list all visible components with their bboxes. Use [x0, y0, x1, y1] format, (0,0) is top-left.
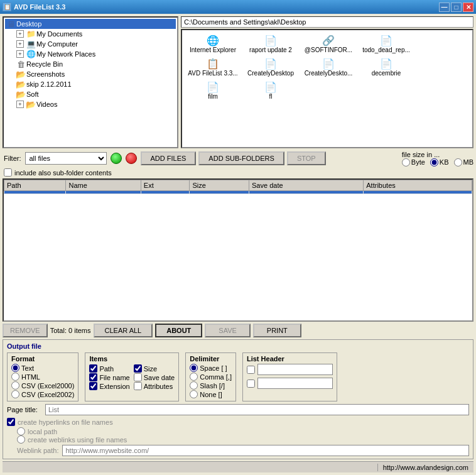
add-subfolders-button[interactable]: ADD SUB-FOLDERS [198, 151, 284, 165]
items-savedate-checkbox[interactable] [134, 373, 142, 381]
include-subfolder-label: include also sub-folder contents [14, 169, 112, 177]
output-columns: Format Text HTML CSV (Excel2000) CSV (Ex… [7, 352, 469, 401]
col-name[interactable]: Name [66, 180, 141, 191]
items-filename-checkbox[interactable] [89, 373, 97, 381]
size-kb-radio[interactable] [430, 158, 438, 167]
tree-item-desktop[interactable]: 🖥 Desktop [5, 19, 176, 29]
clear-all-button[interactable]: CLEAR ALL [94, 324, 153, 337]
delim-space-option[interactable]: Space [ ] [190, 364, 232, 372]
expand-mydocs[interactable]: + [16, 30, 24, 38]
col-attributes[interactable]: Attributes [364, 180, 472, 191]
col-size[interactable]: Size [190, 180, 249, 191]
tree-item-skip[interactable]: 📂 skip 2.12.2011 [15, 79, 176, 89]
format-csv2002-option[interactable]: CSV (Excel2002) [11, 390, 74, 398]
save-button[interactable]: SAVE [205, 324, 251, 337]
local-path-radio[interactable] [17, 427, 25, 435]
tree-item-videos[interactable]: + 📂 Videos [15, 99, 176, 109]
create-hyperlinks-checkbox[interactable] [7, 418, 15, 426]
expand-mynet[interactable]: + [16, 50, 24, 58]
size-mb-radio[interactable] [454, 158, 462, 167]
tree-item-mycomp[interactable]: + 💻 My Computer [15, 39, 176, 49]
close-button[interactable]: ✕ [463, 3, 473, 12]
expand-mycomp[interactable]: + [16, 40, 24, 48]
tree-item-screenshots[interactable]: 📂 Screenshots [15, 69, 176, 79]
col-savedate[interactable]: Save date [249, 180, 364, 191]
weblink-label: create weblinks using file names [28, 436, 127, 444]
file-item-todo[interactable]: 📄 todo_dead_rep... [358, 33, 414, 55]
file-item-avd[interactable]: 📋 AVD FileList 3.3... [185, 56, 241, 78]
items-attributes-option[interactable]: Attributes [134, 382, 175, 390]
list-header-input-2[interactable] [257, 378, 333, 389]
file-item-softinfor[interactable]: 🔗 @SOFTINFOR... [300, 33, 357, 55]
remove-button[interactable]: REMOVE [3, 324, 48, 337]
create-hyperlinks-option[interactable]: create hyperlinks on file names [7, 418, 469, 426]
size-byte-radio[interactable] [402, 158, 410, 167]
file-icons-area[interactable]: 🌐 Internet Explorer 📄 raport update 2 🔗 … [181, 29, 473, 148]
format-csv2002-radio[interactable] [11, 390, 19, 398]
format-csv2000-radio[interactable] [11, 381, 19, 390]
weblink-option[interactable]: create weblinks using file names [17, 435, 469, 444]
file-item-dec[interactable]: 📄 decembrie [358, 56, 414, 78]
page-title-row: Page title: [7, 404, 469, 415]
page-title-input[interactable] [45, 404, 469, 415]
maximize-button[interactable]: □ [451, 3, 462, 12]
stop-button[interactable]: STOP [287, 151, 326, 165]
table-row[interactable] [4, 191, 472, 194]
expand-videos[interactable]: + [16, 101, 24, 108]
add-filter-button[interactable] [111, 153, 122, 164]
list-header-check-2[interactable] [247, 379, 255, 388]
delim-none-option[interactable]: None [] [190, 390, 232, 398]
format-csv2000-option[interactable]: CSV (Excel2000) [11, 381, 74, 390]
items-extension-option[interactable]: Extension [89, 382, 129, 390]
items-savedate-option[interactable]: Save date [134, 373, 175, 381]
file-item-ie[interactable]: 🌐 Internet Explorer [185, 33, 241, 55]
add-files-button[interactable]: ADD FILES [141, 151, 197, 165]
format-html-radio[interactable] [11, 373, 19, 381]
delim-slash-radio[interactable] [190, 381, 198, 390]
delim-comma-option[interactable]: Comma [,] [190, 373, 232, 381]
col-path[interactable]: Path [4, 180, 66, 191]
print-button[interactable]: PRINT [253, 324, 301, 337]
tree-item-recycle[interactable]: 🗑 Recycle Bin [15, 59, 176, 69]
about-button[interactable]: ABOUT [155, 324, 202, 337]
format-html-option[interactable]: HTML [11, 373, 74, 381]
format-text-radio[interactable] [11, 364, 19, 372]
local-path-option[interactable]: local path [17, 427, 469, 435]
screenshots-icon: 📂 [16, 70, 25, 79]
tree-item-mynet[interactable]: + 🌐 My Network Places [15, 49, 176, 59]
minimize-button[interactable]: — [439, 3, 450, 12]
delim-space-radio[interactable] [190, 364, 198, 372]
delim-none-radio[interactable] [190, 390, 198, 398]
size-mb-option[interactable]: MB [454, 158, 474, 167]
file-item-film[interactable]: 📄 film [185, 79, 241, 101]
items-path-checkbox[interactable] [89, 364, 97, 373]
include-subfolder-checkbox[interactable] [4, 168, 12, 177]
size-byte-option[interactable]: Byte [402, 158, 425, 167]
items-size-option[interactable]: Size [134, 364, 175, 373]
remove-filter-button[interactable] [126, 153, 137, 164]
filter-select[interactable]: all files *.txt *.doc *.jpg *.exe [25, 152, 107, 165]
items-filename-option[interactable]: File name [89, 373, 129, 381]
file-item-fl[interactable]: 📄 fl [242, 79, 299, 101]
size-kb-option[interactable]: KB [430, 158, 449, 167]
items-path-option[interactable]: Path [89, 364, 129, 373]
items-attributes-checkbox[interactable] [134, 382, 142, 390]
weblink-radio[interactable] [17, 435, 25, 444]
tree-panel[interactable]: 🖥 Desktop + 📁 My Documents + 💻 My Comput… [3, 16, 178, 148]
file-item-creately2[interactable]: 📄 CreatelyDeskto... [300, 56, 357, 78]
list-header-input-1[interactable] [257, 364, 333, 375]
filter-label: Filter: [4, 155, 21, 162]
items-extension-checkbox[interactable] [89, 382, 97, 390]
file-item-raport[interactable]: 📄 raport update 2 [242, 33, 299, 55]
tree-item-soft[interactable]: 📂 Soft [15, 89, 176, 99]
grid-section[interactable]: Path Name Ext Size Save date Attributes [3, 178, 473, 322]
format-text-option[interactable]: Text [11, 364, 74, 372]
delim-slash-option[interactable]: Slash [/] [190, 381, 232, 390]
weblink-input[interactable] [62, 445, 469, 456]
col-ext[interactable]: Ext [141, 180, 190, 191]
delim-comma-radio[interactable] [190, 373, 198, 381]
list-header-check-1[interactable] [247, 366, 255, 374]
file-item-creately1[interactable]: 📄 CreatelyDesktop [242, 56, 299, 78]
items-size-checkbox[interactable] [134, 364, 142, 373]
tree-item-mydocs[interactable]: + 📁 My Documents [15, 29, 176, 39]
